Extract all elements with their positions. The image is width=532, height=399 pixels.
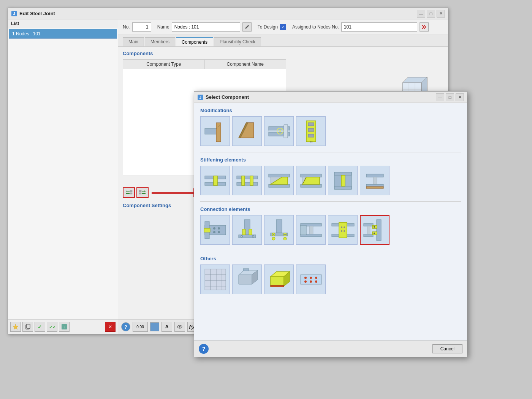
left-panel: List 1 Nodes : 101 ✓ bbox=[8, 19, 118, 334]
add-button[interactable] bbox=[10, 322, 21, 332]
conn-icon-6 bbox=[363, 218, 387, 242]
check-all-button[interactable]: ✓✓ bbox=[47, 322, 57, 332]
stiff-item-1[interactable] bbox=[200, 166, 230, 195]
select-component-dialog: J Select Component — □ ✕ Modifications bbox=[194, 91, 467, 357]
tab-main[interactable]: Main bbox=[123, 37, 144, 46]
dialog-title: Select Component bbox=[206, 94, 249, 100]
mod-item-3[interactable] bbox=[264, 116, 294, 146]
others-title: Others bbox=[200, 256, 461, 261]
assigned-edit-button[interactable] bbox=[420, 22, 429, 32]
mod-item-4[interactable] bbox=[296, 116, 326, 146]
oth-item-3[interactable] bbox=[264, 264, 294, 294]
tab-components[interactable]: Components bbox=[176, 37, 213, 46]
svg-rect-97 bbox=[276, 220, 282, 233]
mod-item-1[interactable] bbox=[200, 116, 230, 146]
stiff-item-4[interactable] bbox=[296, 166, 326, 195]
name-input[interactable] bbox=[172, 22, 240, 32]
close-main-button[interactable]: ✕ bbox=[437, 10, 445, 17]
svg-point-147 bbox=[315, 280, 317, 283]
dialog-help-button[interactable]: ? bbox=[199, 344, 209, 354]
components-title: Components bbox=[123, 51, 443, 56]
no-input[interactable] bbox=[132, 22, 151, 32]
import-icon: ↓ bbox=[61, 324, 67, 330]
stiff-icon-1 bbox=[203, 168, 228, 193]
conn-item-5[interactable] bbox=[328, 215, 358, 245]
oth-item-1[interactable] bbox=[200, 264, 230, 294]
oth-item-2[interactable] bbox=[232, 264, 262, 294]
svg-point-125 bbox=[374, 233, 375, 234]
conn-item-3[interactable] bbox=[264, 215, 294, 245]
color-button[interactable] bbox=[150, 322, 159, 331]
arrows-right-icon bbox=[139, 190, 146, 196]
svg-point-145 bbox=[304, 280, 307, 283]
stiff-item-2[interactable] bbox=[232, 166, 262, 195]
add-component-button[interactable] bbox=[123, 187, 135, 198]
svg-point-115 bbox=[341, 230, 342, 232]
svg-rect-107 bbox=[309, 226, 313, 234]
svg-rect-118 bbox=[364, 223, 373, 226]
svg-text:J: J bbox=[13, 12, 15, 16]
svg-rect-61 bbox=[237, 182, 258, 185]
delete-button[interactable]: ✕ bbox=[105, 322, 116, 332]
svg-point-87 bbox=[218, 231, 220, 233]
svg-point-50 bbox=[279, 130, 281, 132]
assigned-input[interactable] bbox=[341, 22, 417, 32]
list-header: List bbox=[8, 19, 118, 28]
name-label: Name bbox=[157, 24, 169, 30]
svg-rect-96 bbox=[249, 229, 252, 235]
dialog-close-button[interactable]: ✕ bbox=[456, 93, 464, 101]
stiff-item-6[interactable] bbox=[360, 166, 390, 195]
svg-rect-28 bbox=[130, 193, 132, 194]
to-design-checkbox[interactable]: ✓ bbox=[280, 24, 286, 30]
cancel-button[interactable]: Cancel bbox=[432, 344, 462, 353]
conn-item-1[interactable] bbox=[200, 215, 230, 245]
check-button[interactable]: ✓ bbox=[35, 322, 45, 332]
numeric-button[interactable]: 0.00 bbox=[133, 322, 148, 332]
svg-point-124 bbox=[374, 226, 375, 228]
dialog-app-icon: J bbox=[197, 94, 203, 100]
dialog-minimize-button[interactable]: — bbox=[436, 93, 444, 101]
edit-component-button[interactable] bbox=[136, 187, 149, 198]
dialog-maximize-button[interactable]: □ bbox=[446, 93, 454, 101]
stiffening-section: Stiffening elements bbox=[200, 157, 461, 195]
svg-rect-29 bbox=[139, 190, 141, 192]
name-edit-button[interactable] bbox=[242, 22, 252, 32]
mod-item-2[interactable] bbox=[232, 116, 262, 146]
modifications-grid bbox=[200, 116, 461, 146]
svg-rect-121 bbox=[377, 220, 381, 241]
to-design-label: To Design bbox=[258, 24, 278, 30]
svg-point-102 bbox=[284, 234, 286, 235]
help-button[interactable]: ? bbox=[121, 322, 130, 331]
copy-button[interactable] bbox=[22, 322, 33, 332]
svg-marker-48 bbox=[284, 125, 288, 138]
maximize-button[interactable]: □ bbox=[427, 10, 435, 17]
conn-item-6[interactable]: Plate to Plate bbox=[360, 215, 390, 245]
stiff-item-3[interactable] bbox=[264, 166, 294, 195]
stiffening-grid bbox=[200, 166, 461, 195]
svg-rect-65 bbox=[269, 184, 290, 187]
svg-point-103 bbox=[272, 237, 275, 240]
main-titlebar: J Edit Steel Joint — □ ✕ bbox=[8, 8, 448, 19]
conn-item-2[interactable] bbox=[232, 215, 262, 245]
col-name: Component Name bbox=[205, 60, 286, 69]
import-button[interactable]: ↓ bbox=[59, 322, 70, 332]
stiff-item-5[interactable] bbox=[328, 166, 358, 195]
svg-point-143 bbox=[310, 277, 312, 279]
others-section: Others bbox=[200, 256, 461, 294]
tab-plausibility[interactable]: Plausibility Check bbox=[214, 37, 261, 46]
svg-rect-40 bbox=[216, 123, 221, 142]
svg-rect-59 bbox=[214, 176, 217, 185]
text-button[interactable]: A bbox=[162, 322, 172, 332]
tab-members[interactable]: Members bbox=[145, 37, 175, 46]
oth-icon-4 bbox=[299, 267, 323, 292]
svg-rect-80 bbox=[373, 177, 377, 184]
svg-point-92 bbox=[241, 236, 242, 237]
minimize-button[interactable]: — bbox=[417, 10, 425, 17]
svg-rect-30 bbox=[139, 193, 141, 194]
conn-item-4[interactable] bbox=[296, 215, 326, 245]
svg-text:✓✓: ✓✓ bbox=[49, 325, 55, 329]
visibility-button[interactable] bbox=[174, 322, 185, 332]
mod-icon-2 bbox=[235, 119, 260, 144]
oth-item-4[interactable] bbox=[296, 264, 326, 294]
list-item[interactable]: 1 Nodes : 101 bbox=[9, 29, 117, 39]
